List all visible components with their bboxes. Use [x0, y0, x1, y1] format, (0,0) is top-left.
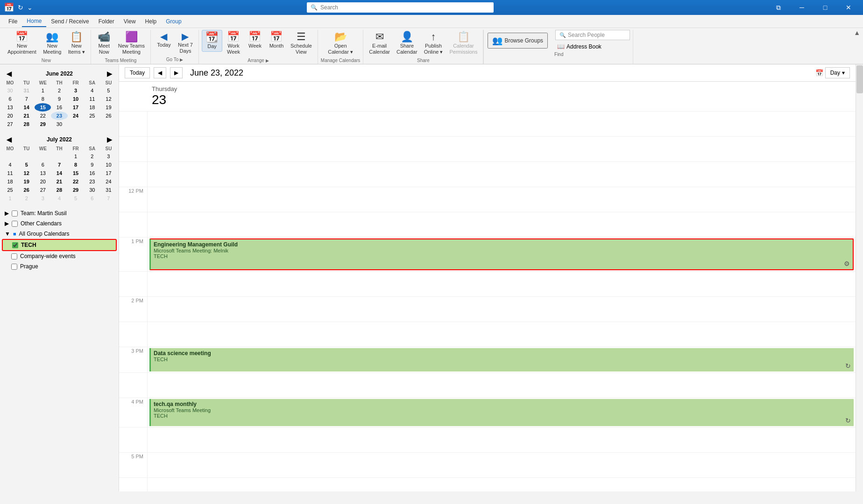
- cal-day[interactable]: 24: [68, 112, 84, 120]
- menu-help[interactable]: Help: [141, 16, 162, 27]
- time-slot-230[interactable]: [147, 322, 856, 347]
- cal-day[interactable]: 27: [35, 186, 51, 194]
- day-view-button[interactable]: 📆 Day: [202, 30, 222, 52]
- cal-day[interactable]: 2: [18, 194, 35, 203]
- time-slot-4pm[interactable]: tech.qa monthly Microsoft Teams Meeting …: [147, 398, 856, 427]
- open-calendar-button[interactable]: 📂 OpenCalendar ▾: [325, 30, 356, 57]
- cal-day[interactable]: 10: [100, 161, 117, 169]
- event-engineering-guild[interactable]: Engineering Management Guild Microsoft T…: [149, 238, 854, 270]
- cal-day[interactable]: 1: [68, 152, 84, 161]
- july-prev-btn[interactable]: ◀: [4, 135, 14, 144]
- menu-home[interactable]: Home: [22, 16, 46, 27]
- time-slot[interactable]: [147, 162, 856, 187]
- time-slot-530[interactable]: [147, 478, 856, 491]
- publish-online-button[interactable]: ↑ PublishOnline ▾: [421, 30, 446, 57]
- cal-day[interactable]: 19: [100, 103, 117, 112]
- new-meeting-button[interactable]: 👥 NewMeeting: [40, 30, 64, 57]
- cal-day[interactable]: 31: [18, 86, 35, 95]
- cal-day[interactable]: 4: [2, 161, 18, 169]
- cal-day[interactable]: 24: [100, 177, 117, 186]
- menu-group[interactable]: Group: [161, 16, 186, 27]
- team-martin-checkbox[interactable]: [12, 210, 18, 217]
- cal-day[interactable]: 28: [18, 120, 35, 128]
- cal-day[interactable]: 14: [18, 103, 35, 112]
- prague-item[interactable]: Prague: [2, 261, 117, 272]
- event-tech-qa[interactable]: tech.qa monthly Microsoft Teams Meeting …: [149, 399, 854, 426]
- time-slot[interactable]: [147, 112, 856, 136]
- time-slot-5pm[interactable]: [147, 453, 856, 477]
- cal-day[interactable]: 11: [84, 95, 100, 103]
- menu-file[interactable]: File: [4, 16, 22, 27]
- cal-day[interactable]: 17: [100, 169, 117, 177]
- cal-day[interactable]: 10: [68, 95, 84, 103]
- scrollbar[interactable]: [856, 64, 863, 491]
- cal-day[interactable]: 16: [51, 103, 67, 112]
- schedule-view-button[interactable]: ☰ ScheduleView: [288, 30, 315, 57]
- new-items-button[interactable]: 📋 NewItems ▾: [65, 30, 88, 57]
- cal-day[interactable]: 16: [84, 169, 100, 177]
- cal-day[interactable]: 8: [68, 161, 84, 169]
- cal-day-today[interactable]: 15: [35, 103, 51, 112]
- month-button[interactable]: 📅 Month: [266, 30, 287, 51]
- time-slot-130[interactable]: [147, 272, 856, 296]
- cal-day[interactable]: 6: [2, 95, 18, 103]
- tech-calendar-item[interactable]: TECH: [2, 239, 117, 251]
- cal-day[interactable]: 20: [35, 177, 51, 186]
- cal-next-button[interactable]: ▶: [170, 67, 183, 78]
- work-week-button[interactable]: 📅 WorkWeek: [223, 30, 244, 57]
- cal-day[interactable]: 2: [84, 152, 100, 161]
- company-wide-checkbox[interactable]: [11, 253, 17, 259]
- june-next-btn[interactable]: ▶: [104, 69, 115, 78]
- cal-day[interactable]: 5: [68, 194, 84, 203]
- global-search-box[interactable]: 🔍: [307, 2, 494, 13]
- team-martin-item[interactable]: ▶ Team: Martin Susil: [2, 208, 117, 218]
- cal-day[interactable]: 9: [84, 161, 100, 169]
- cal-day[interactable]: 22: [68, 177, 84, 186]
- july-next-btn[interactable]: ▶: [104, 135, 115, 144]
- cal-day[interactable]: 26: [18, 186, 35, 194]
- cal-day[interactable]: 14: [51, 169, 67, 177]
- cal-day[interactable]: 25: [84, 112, 100, 120]
- cal-day[interactable]: 8: [35, 95, 51, 103]
- quick-access-undo-icon[interactable]: ⌄: [27, 4, 33, 11]
- cal-day[interactable]: 26: [100, 112, 117, 120]
- cal-day[interactable]: 21: [51, 177, 67, 186]
- cal-day[interactable]: 20: [2, 112, 18, 120]
- menu-view[interactable]: View: [119, 16, 141, 27]
- cal-day[interactable]: 15: [68, 169, 84, 177]
- menu-send-receive[interactable]: Send / Receive: [46, 16, 93, 27]
- cal-day[interactable]: 6: [84, 194, 100, 203]
- cal-day[interactable]: 13: [35, 169, 51, 177]
- cal-day[interactable]: 4: [51, 194, 67, 203]
- cal-day[interactable]: 25: [2, 186, 18, 194]
- cal-day[interactable]: 7: [51, 161, 67, 169]
- new-appointment-button[interactable]: 📅 NewAppointment: [5, 30, 39, 57]
- time-slot-1230[interactable]: [147, 212, 856, 237]
- cal-day[interactable]: 5: [100, 86, 117, 95]
- cal-day[interactable]: 12: [100, 95, 117, 103]
- cal-day[interactable]: 5: [18, 161, 35, 169]
- prague-checkbox[interactable]: [11, 264, 17, 270]
- cal-day[interactable]: 29: [35, 120, 51, 128]
- close-button[interactable]: ✕: [838, 0, 859, 15]
- time-slot-1pm[interactable]: Engineering Management Guild Microsoft T…: [147, 238, 856, 271]
- cal-day-selected[interactable]: 23: [51, 112, 67, 120]
- other-calendars-checkbox[interactable]: [12, 221, 18, 227]
- cal-day[interactable]: 27: [2, 120, 18, 128]
- cal-day[interactable]: 13: [2, 103, 18, 112]
- cal-day[interactable]: 28: [51, 186, 67, 194]
- time-slot-3pm[interactable]: Data science meeting TECH ↻: [147, 347, 856, 372]
- cal-day[interactable]: 30: [2, 86, 18, 95]
- cal-prev-button[interactable]: ◀: [154, 67, 166, 78]
- browse-groups-button[interactable]: 👥 Browse Groups: [488, 33, 548, 49]
- cal-day[interactable]: 7: [18, 95, 35, 103]
- cal-day[interactable]: 18: [84, 103, 100, 112]
- event-data-science[interactable]: Data science meeting TECH ↻: [149, 348, 854, 371]
- cal-day[interactable]: 1: [2, 194, 18, 203]
- cal-day[interactable]: 18: [2, 177, 18, 186]
- share-calendar-button[interactable]: 👤 ShareCalendar: [394, 30, 420, 57]
- minimize-button[interactable]: ─: [791, 0, 813, 15]
- cal-day[interactable]: 30: [84, 186, 100, 194]
- cal-day[interactable]: 3: [100, 152, 117, 161]
- june-prev-btn[interactable]: ◀: [4, 69, 14, 78]
